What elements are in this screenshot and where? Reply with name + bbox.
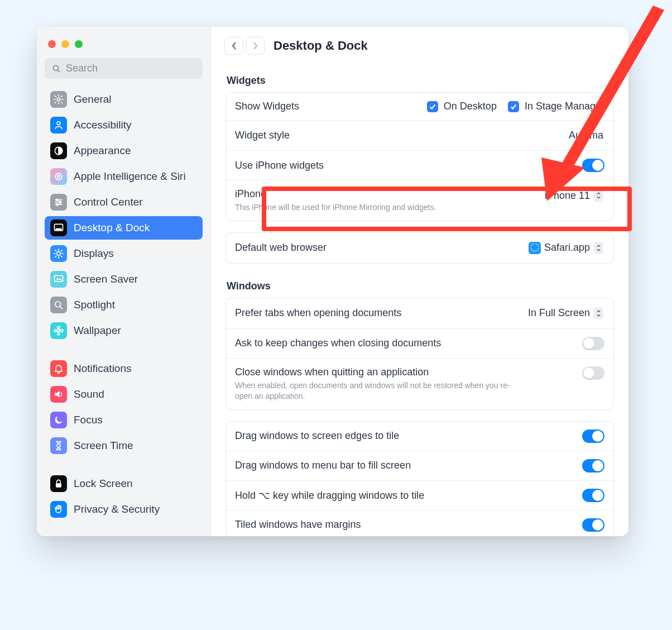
- settings-window: Search GeneralAccessibilityAppearanceApp…: [37, 27, 628, 536]
- sidebar-item-label: Notifications: [74, 362, 132, 375]
- sidebar-item-spotlight[interactable]: Spotlight: [45, 293, 203, 317]
- row-close-windows: Close windows when quitting an applicati…: [226, 358, 613, 409]
- svg-point-6: [57, 175, 60, 178]
- sidebar-item-sound[interactable]: Sound: [45, 383, 203, 406]
- svg-point-10: [56, 199, 58, 201]
- prefer-tabs-dropdown[interactable]: In Full Screen: [524, 306, 604, 321]
- nav-forward-button[interactable]: [246, 37, 265, 55]
- svg-rect-14: [56, 229, 61, 230]
- main-pane: Desktop & Dock Widgets Show Widgets On D…: [211, 27, 628, 536]
- row-hold-option: Hold ⌥ key while dragging windows to til…: [226, 480, 613, 510]
- sidebar-item-lock-screen[interactable]: Lock Screen: [45, 472, 203, 495]
- sidebar-item-control-center[interactable]: Control Center: [45, 190, 203, 214]
- checkbox-on-desktop[interactable]: On Desktop: [427, 101, 497, 112]
- checkbox-in-stage-manager[interactable]: In Stage Manager: [508, 101, 604, 112]
- content: Widgets Show Widgets On Desktop In Stage…: [211, 61, 628, 536]
- row-use-iphone-widgets: Use iPhone widgets: [226, 150, 613, 180]
- iphone-dropdown[interactable]: iPhone 11: [540, 188, 604, 203]
- chevron-right-icon: [252, 41, 258, 50]
- close-window-button[interactable]: [48, 40, 56, 48]
- widget-style-dropdown[interactable]: Automa: [564, 128, 604, 142]
- sidebar-item-wallpaper[interactable]: Wallpaper: [45, 319, 203, 342]
- appearance-icon: [50, 142, 67, 159]
- toggle-drag-edges[interactable]: [582, 429, 604, 443]
- svg-point-12: [56, 204, 58, 206]
- sidebar-item-appearance[interactable]: Appearance: [45, 139, 203, 163]
- titlebar: Desktop & Dock: [211, 27, 628, 61]
- section-widgets: Widgets: [227, 75, 614, 87]
- sidebar-item-label: Screen Time: [74, 440, 133, 452]
- safari-icon: [529, 242, 541, 254]
- sidebar-item-privacy-security[interactable]: Privacy & Security: [45, 498, 203, 521]
- zoom-window-button[interactable]: [75, 40, 83, 48]
- row-iphone-desc: This iPhone will be used for iPhone Mirr…: [235, 202, 436, 213]
- label: Prefer tabs when opening documents: [235, 307, 401, 319]
- toggle-ask-keep-changes[interactable]: [582, 337, 604, 350]
- toggle-use-iphone-widgets[interactable]: [582, 159, 604, 172]
- sidebar-item-screen-saver[interactable]: Screen Saver: [45, 268, 203, 291]
- sidebar-item-label: Wallpaper: [74, 324, 121, 337]
- label: Ask to keep changes when closing documen…: [235, 337, 441, 349]
- svg-line-18: [60, 307, 63, 309]
- toggle-close-windows[interactable]: [582, 366, 604, 380]
- sidebar-item-label: Control Center: [74, 196, 143, 208]
- svg-point-19: [57, 330, 60, 332]
- sidebar-item-label: Focus: [74, 414, 103, 426]
- label: Widget style: [235, 130, 290, 141]
- sidebar-item-label: Appearance: [74, 145, 131, 157]
- search-input[interactable]: Search: [45, 58, 203, 79]
- svg-rect-24: [56, 483, 61, 488]
- sidebar-item-apple-intelligence-siri[interactable]: Apple Intelligence & Siri: [45, 165, 203, 188]
- sidebar-item-label: Desktop & Dock: [74, 222, 150, 234]
- svg-point-22: [54, 330, 56, 332]
- row-ask-keep-changes: Ask to keep changes when closing documen…: [226, 328, 613, 358]
- widgets-card-1: Show Widgets On Desktop In Stage Manager: [225, 92, 614, 221]
- sidebar-item-displays[interactable]: Displays: [45, 242, 203, 265]
- windows-card-1: Prefer tabs when opening documents In Fu…: [225, 298, 614, 410]
- toggle-drag-menu-bar[interactable]: [582, 459, 604, 472]
- search-icon: [51, 64, 61, 74]
- person-icon: [50, 117, 67, 133]
- moon-icon: [50, 412, 67, 428]
- label: Show Widgets: [235, 101, 299, 112]
- sidebar-item-general[interactable]: General: [45, 88, 203, 111]
- sidebar-item-focus[interactable]: Focus: [45, 408, 203, 432]
- sidebar-item-notifications[interactable]: Notifications: [45, 357, 203, 380]
- svg-rect-16: [55, 275, 63, 281]
- label: iPhone: [235, 188, 436, 200]
- sidebar-item-screen-time[interactable]: Screen Time: [45, 434, 203, 457]
- windows-card-2: Drag windows to screen edges to tile Dra…: [225, 421, 614, 536]
- lock-icon: [50, 475, 67, 492]
- nav-back-button[interactable]: [224, 37, 243, 55]
- screensaver-icon: [50, 271, 67, 288]
- sidebar-item-accessibility[interactable]: Accessibility: [45, 113, 203, 137]
- hand-icon: [50, 501, 67, 518]
- row-drag-edges: Drag windows to screen edges to tile: [226, 422, 613, 451]
- browser-dropdown[interactable]: Safari.app: [524, 241, 604, 255]
- row-drag-menu-bar: Drag windows to menu bar to fill screen: [226, 451, 613, 480]
- toggle-hold-option[interactable]: [582, 489, 604, 502]
- browser-card: Default web browser Safari.app: [225, 232, 614, 264]
- minimize-window-button[interactable]: [61, 40, 69, 48]
- updown-chevron-icon: [593, 189, 603, 202]
- sidebar-item-label: Displays: [74, 247, 114, 260]
- sidebar-item-label: Sound: [74, 388, 104, 400]
- sidebar-item-desktop-dock[interactable]: Desktop & Dock: [45, 216, 203, 240]
- sliders-icon: [50, 194, 67, 211]
- sidebar-item-label: Privacy & Security: [74, 503, 160, 516]
- label: Tiled windows have margins: [235, 519, 361, 531]
- sun-icon: [50, 245, 67, 262]
- sidebar-item-label: Screen Saver: [74, 273, 138, 285]
- toggle-tiled-margins[interactable]: [582, 518, 604, 532]
- label: Use iPhone widgets: [235, 160, 324, 171]
- svg-line-1: [57, 70, 60, 72]
- sidebar: Search GeneralAccessibilityAppearanceApp…: [37, 27, 211, 536]
- window-controls: [45, 38, 203, 58]
- hourglass-icon: [50, 437, 67, 454]
- search-icon: [50, 297, 67, 313]
- sidebar-item-label: Spotlight: [74, 299, 115, 311]
- updown-chevron-icon: [593, 242, 603, 254]
- flower-icon: [50, 322, 67, 339]
- svg-point-3: [57, 122, 60, 125]
- sound-icon: [50, 386, 67, 403]
